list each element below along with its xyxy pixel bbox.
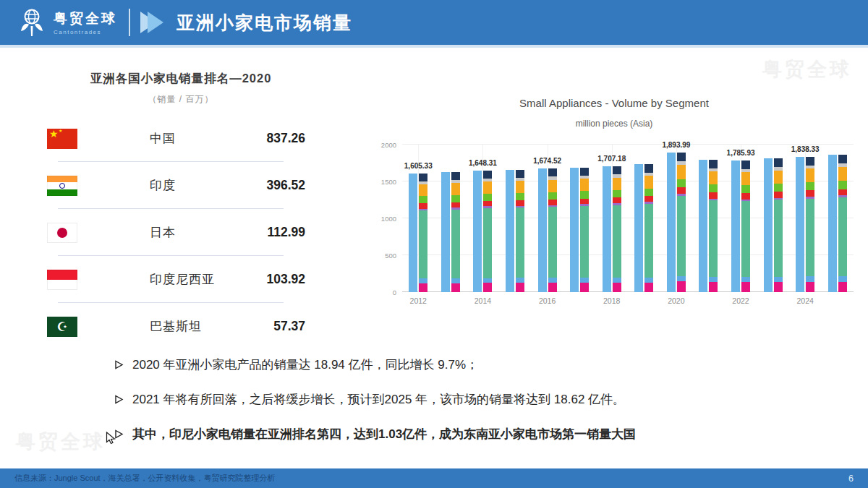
segment-navy xyxy=(709,160,718,168)
segment-lightblue xyxy=(806,276,814,282)
x-axis: 2012201420162018202020222024 xyxy=(402,292,854,305)
segment-orange xyxy=(644,176,653,189)
total-bar xyxy=(570,168,579,292)
year-group-2013 xyxy=(435,145,467,292)
stacked-bar xyxy=(483,171,492,292)
brand-subname: Cantontrades xyxy=(54,29,117,35)
country-name: 巴基斯坦 xyxy=(150,318,202,335)
stacked-bar xyxy=(774,158,783,292)
segment-red xyxy=(580,199,589,205)
segment-green xyxy=(774,184,783,192)
segment-orange xyxy=(838,167,847,181)
stacked-bar xyxy=(838,155,847,292)
arrow-bullet-icon xyxy=(114,395,124,404)
y-tick-label: 1500 xyxy=(381,178,396,186)
segment-red xyxy=(741,193,750,199)
year-group-2021 xyxy=(692,145,725,292)
stacked-bar xyxy=(613,166,621,292)
segment-lightblue xyxy=(613,278,621,283)
segment-orange xyxy=(806,168,814,182)
year-group-2012: 1,605.33 xyxy=(402,145,435,292)
ranking-row: 印度396.52 xyxy=(43,162,318,209)
arrow-bullet-icon xyxy=(114,360,124,369)
mouse-cursor-icon xyxy=(106,432,116,445)
year-group-2024: 1,838.33 xyxy=(789,145,822,292)
stacked-bar xyxy=(709,160,718,292)
segment-magenta xyxy=(709,282,718,292)
globe-logo-icon xyxy=(16,7,48,38)
header-accent-strip xyxy=(0,45,868,48)
segment-magenta xyxy=(580,283,589,292)
bar-value-label: 1,605.33 xyxy=(404,162,433,170)
stacked-bar xyxy=(580,168,589,292)
segment-green xyxy=(741,185,750,193)
total-bar xyxy=(699,160,707,292)
year-group-2018: 1,707.18 xyxy=(595,145,628,292)
x-tick-label: 2016 xyxy=(539,296,556,305)
header-bar: 粤贸全球 Cantontrades 亚洲小家电市场销量 xyxy=(0,0,868,45)
stacked-bar xyxy=(419,174,427,292)
segment-red xyxy=(516,200,524,206)
segment-navy xyxy=(419,174,427,181)
ranking-row: 日本112.99 xyxy=(43,209,318,256)
year-group-2017 xyxy=(563,145,596,292)
segment-teal xyxy=(806,199,814,277)
chevron-right-icon xyxy=(148,12,163,33)
segment-orange xyxy=(677,165,686,179)
segment-magenta xyxy=(677,281,686,291)
segment-red xyxy=(419,203,427,208)
segment-navy xyxy=(483,171,492,179)
total-bar xyxy=(796,157,804,293)
stacked-bar xyxy=(741,160,750,292)
page-number: 6 xyxy=(848,474,854,484)
watermark-top-right: 粤贸全球 xyxy=(762,56,852,82)
total-bar xyxy=(634,164,643,292)
total-bar xyxy=(667,153,676,292)
year-group-2015 xyxy=(499,145,532,292)
segment-navy xyxy=(677,153,686,162)
segment-teal xyxy=(774,200,783,276)
year-group-2023 xyxy=(757,145,789,292)
page-title: 亚洲小家电市场销量 xyxy=(176,11,352,35)
segment-red xyxy=(483,201,492,207)
note-text: 2021 年将有所回落，之后将缓步增长，预计到2025 年，该市场的销量将达到 … xyxy=(132,392,625,408)
segment-green xyxy=(838,181,847,189)
segment-red xyxy=(451,202,460,207)
segment-teal xyxy=(516,207,524,278)
footer-bar: 信息来源：Jungle Scout，海关总署，公开资料收集，粤贸研究院整理分析 … xyxy=(0,468,868,488)
segment-navy xyxy=(516,170,524,178)
total-bar xyxy=(538,168,547,292)
segment-magenta xyxy=(774,282,783,292)
ranking-row: ☪巴基斯坦57.37 xyxy=(43,303,318,350)
y-tick-label: 0 xyxy=(393,288,396,296)
segment-lightblue xyxy=(516,278,524,283)
segment-lightblue xyxy=(741,277,750,282)
ranking-title: 亚洲各国小家电销量排名—2020 xyxy=(43,71,318,87)
ranking-panel: 亚洲各国小家电销量排名—2020 （销量 / 百万） ★★中国837.26印度3… xyxy=(43,71,318,350)
segment-orange xyxy=(613,178,621,190)
total-bar xyxy=(603,166,611,292)
chart-title: Small Appliances - Volume by Segment xyxy=(375,97,854,109)
flag-pakistan: ☪ xyxy=(47,317,77,337)
segment-green xyxy=(483,194,492,201)
segment-lightblue xyxy=(838,276,847,282)
segment-green xyxy=(709,184,718,192)
total-bar xyxy=(731,160,740,292)
segment-lightblue xyxy=(644,278,653,283)
note-item: 2020 年亚洲小家电产品的销量达 18.94 亿件，同比增长 9.7%； xyxy=(114,357,823,374)
ranking-subtitle: （销量 / 百万） xyxy=(43,93,318,106)
y-tick-label: 500 xyxy=(385,252,396,260)
note-item: 2021 年将有所回落，之后将缓步增长，预计到2025 年，该市场的销量将达到 … xyxy=(114,392,823,408)
segment-orange xyxy=(516,181,524,193)
segment-magenta xyxy=(838,282,847,292)
stacked-bar xyxy=(516,170,524,292)
segment-lightblue xyxy=(451,278,460,283)
flag-indonesia xyxy=(47,270,77,290)
segment-lightblue xyxy=(580,278,589,283)
segment-lightblue xyxy=(548,278,557,283)
country-value: 103.92 xyxy=(266,272,305,287)
bar-value-label: 1,893.99 xyxy=(662,141,690,149)
ranking-row: 印度尼西亚103.92 xyxy=(43,256,318,303)
star-icon: ★ xyxy=(49,129,59,140)
segment-green xyxy=(516,193,524,200)
